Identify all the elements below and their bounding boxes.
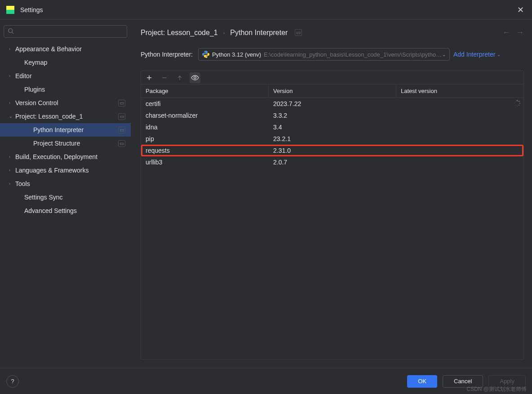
tree-item[interactable]: Keymap [0,56,131,69]
package-row[interactable]: charset-normalizer3.3.2 [141,110,523,121]
show-early-releases-button[interactable] [190,72,200,83]
cancel-button[interactable]: Cancel [443,375,483,388]
package-name: requests [141,145,269,156]
interpreter-row: Python Interpreter: Python 3.12 (venv) E… [141,48,524,61]
tree-item-label: Build, Execution, Deployment [15,153,125,160]
svg-point-0 [9,28,13,32]
package-table-header: Package Version Latest version [141,84,523,98]
search-input[interactable] [17,28,123,35]
package-table-body: certifi2023.7.22charset-normalizer3.3.2i… [141,98,523,359]
nav-arrows: ← → [502,28,524,37]
tree-caret-icon: › [9,182,15,186]
interpreter-label: Python Interpreter: [141,51,193,58]
package-row[interactable]: idna3.4 [141,121,523,133]
tree-item-label: Appearance & Behavior [15,45,125,53]
package-name: idna [141,121,269,133]
package-name: urllib3 [141,156,269,168]
scope-badge-icon: ▭ [295,29,302,36]
package-latest [396,110,523,121]
package-version: 2023.7.22 [269,98,396,110]
package-latest [396,133,523,145]
package-latest [396,156,523,168]
add-package-button[interactable] [144,72,155,83]
window-title: Settings [20,6,43,13]
scope-badge-icon: ▭ [118,140,125,147]
tree-caret-icon: › [9,101,15,105]
package-toolbar [141,71,523,84]
app-icon [6,6,14,14]
body: ›Appearance & BehaviorKeymap›EditorPlugi… [0,20,532,368]
package-latest [396,121,523,133]
tree-item-label: Tools [15,180,125,187]
tree-item[interactable]: Settings Sync [0,190,131,204]
tree-item[interactable]: ⌄Project: Lesson_code_1▭ [0,110,131,123]
tree-item-label: Project Structure [33,140,118,147]
package-panel: Package Version Latest version certifi20… [141,71,524,360]
python-icon [202,51,209,58]
content-panel: Project: Lesson_code_1 › Python Interpre… [131,20,532,368]
apply-button[interactable]: Apply [488,375,526,388]
tree-item[interactable]: Python Interpreter▭ [0,123,131,137]
column-version[interactable]: Version [269,84,396,97]
scope-badge-icon: ▭ [118,100,125,106]
svg-point-8 [519,103,520,104]
tree-caret-icon: › [9,74,15,78]
package-version: 3.4 [269,121,396,133]
interpreter-select[interactable]: Python 3.12 (venv) E:\code\learning_pyth… [198,48,450,61]
scope-badge-icon: ▭ [118,113,125,120]
tree-item-label: Python Interpreter [33,126,118,133]
package-row[interactable]: pip23.2.1 [141,133,523,145]
svg-point-6 [517,100,518,102]
package-name: pip [141,133,269,145]
package-row[interactable]: certifi2023.7.22 [141,98,523,110]
column-package[interactable]: Package [141,84,269,97]
forward-icon[interactable]: → [516,28,524,37]
footer: ? OK Cancel Apply CSDN @测试划水老师傅 [0,368,532,394]
settings-tree: ›Appearance & BehaviorKeymap›EditorPlugi… [0,42,131,368]
package-version: 2.0.7 [269,156,396,168]
package-row[interactable]: requests2.31.0 [141,145,523,156]
tree-item[interactable]: ›Editor [0,69,131,83]
tree-item-label: Keymap [24,59,125,66]
column-latest[interactable]: Latest version [396,84,523,97]
package-row[interactable]: urllib32.0.7 [141,156,523,168]
chevron-right-icon: › [223,30,225,35]
chevron-down-icon: ⌄ [442,52,446,57]
search-icon [8,28,14,35]
tree-item-label: Advanced Settings [24,207,125,214]
tree-item-label: Plugins [24,86,125,93]
chevron-down-icon: ⌄ [497,52,501,57]
upgrade-package-button[interactable] [174,72,185,83]
tree-caret-icon: › [9,47,15,51]
search-input-wrap[interactable] [4,25,127,38]
close-icon[interactable]: ✕ [515,3,526,17]
help-button[interactable]: ? [6,375,19,388]
tree-item[interactable]: ›Languages & Frameworks [0,164,131,177]
tree-item-label: Settings Sync [24,194,125,201]
tree-item[interactable]: Plugins [0,83,131,96]
package-latest [396,98,523,110]
tree-item-label: Languages & Frameworks [15,167,125,174]
tree-item[interactable]: Project Structure▭ [0,137,131,150]
svg-point-13 [515,101,516,102]
tree-caret-icon: › [9,155,15,159]
package-name: certifi [141,98,269,110]
sidebar: ›Appearance & BehaviorKeymap›EditorPlugi… [0,20,131,368]
tree-item[interactable]: ›Appearance & Behavior [0,42,131,56]
titlebar: Settings ✕ [0,0,532,20]
crumb-project: Project: Lesson_code_1 [141,29,218,37]
interpreter-path: E:\code\learning_python_basis\Lesson_cod… [264,51,442,58]
add-interpreter-link[interactable]: Add Interpreter ⌄ [453,51,501,58]
tree-item[interactable]: ›Tools [0,177,131,190]
tree-item[interactable]: Advanced Settings [0,204,131,217]
back-icon[interactable]: ← [502,28,510,37]
ok-button[interactable]: OK [407,375,437,388]
crumb-page: Python Interpreter [230,29,288,37]
svg-point-7 [519,101,520,102]
interpreter-name: Python 3.12 (venv) [212,51,261,58]
tree-item[interactable]: ›Version Control▭ [0,96,131,110]
package-version: 23.2.1 [269,133,396,145]
package-version: 3.3.2 [269,110,396,121]
tree-item[interactable]: ›Build, Execution, Deployment [0,150,131,164]
remove-package-button[interactable] [159,72,170,83]
